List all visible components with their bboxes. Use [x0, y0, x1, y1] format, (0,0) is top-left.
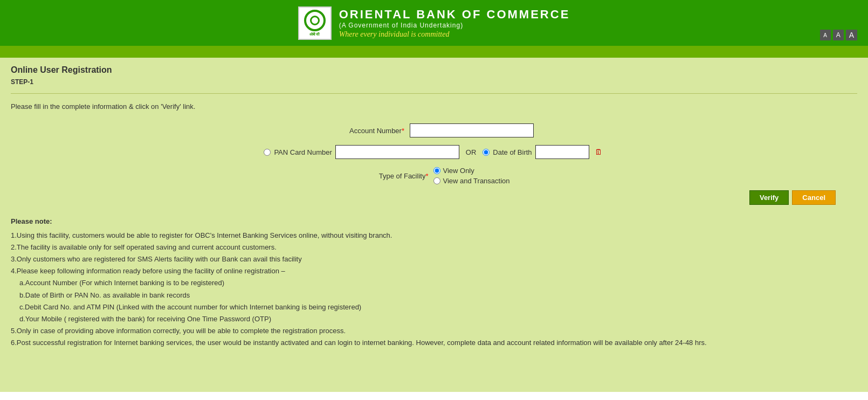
logo-inner-circle — [310, 16, 320, 25]
note-2: 2.The facility is available only for sel… — [11, 242, 857, 253]
pan-card-input[interactable] — [335, 145, 459, 159]
main-content: Online User Registration STEP-1 Please f… — [0, 58, 868, 392]
note-3: 3.Only customers who are registered for … — [11, 253, 857, 265]
view-only-radio[interactable] — [433, 167, 440, 174]
font-size-controls[interactable]: A A A — [820, 30, 857, 40]
dob-radio[interactable] — [483, 149, 490, 156]
or-text: OR — [466, 148, 477, 156]
divider — [11, 93, 857, 94]
form-area: Account Number* PAN Card Number OR Date … — [11, 123, 857, 185]
font-small-button[interactable]: A — [820, 30, 831, 40]
account-number-row: Account Number* — [334, 123, 534, 137]
logo-circle — [304, 10, 326, 31]
note-4: 4.Please keep following information read… — [11, 265, 857, 277]
header: ओबीसी ORIENTAL BANK OF COMMERCE (A Gover… — [0, 0, 868, 46]
note-4c: c.Debit Card No. and ATM PIN (Linked wit… — [19, 301, 857, 313]
required-star: * — [402, 127, 404, 135]
cancel-button[interactable]: Cancel — [792, 190, 836, 205]
pan-dob-row: PAN Card Number OR Date of Birth 🗓 — [264, 145, 604, 159]
nav-bar — [0, 46, 868, 58]
font-medium-button[interactable]: A — [833, 30, 844, 40]
verify-button[interactable]: Verify — [749, 190, 789, 205]
view-transaction-radio[interactable] — [433, 177, 440, 184]
pan-card-label: PAN Card Number — [274, 148, 332, 156]
view-only-label: View Only — [443, 167, 474, 175]
logo-text: ओबीसी — [309, 32, 320, 37]
notes-title: Please note: — [11, 216, 857, 227]
step-label: STEP-1 — [11, 78, 857, 86]
account-number-label: Account Number* — [334, 127, 404, 135]
font-large-button[interactable]: A — [846, 30, 857, 40]
view-transaction-option: View and Transaction — [433, 177, 509, 185]
note-4a: a.Account Number (For which Internet ban… — [19, 277, 857, 289]
facility-row: Type of Facility* View Only View and Tra… — [358, 167, 509, 185]
dob-label: Date of Birth — [493, 148, 532, 156]
page-title-box: Online User Registration STEP-1 — [11, 58, 857, 89]
facility-label: Type of Facility* — [358, 172, 428, 180]
calendar-icon[interactable]: 🗓 — [593, 146, 604, 158]
facility-options: View Only View and Transaction — [433, 167, 509, 185]
instruction-text: Please fill in the complete information … — [11, 102, 857, 111]
notes-section: Please note: 1.Using this facility, cust… — [11, 216, 857, 349]
note-5: 5.Only in case of providing above inform… — [11, 325, 857, 337]
bank-tagline: Where every individual is committed — [339, 30, 570, 39]
account-number-input[interactable] — [410, 123, 534, 137]
bank-name: ORIENTAL BANK OF COMMERCE — [339, 8, 570, 22]
button-row: Verify Cancel — [11, 190, 857, 205]
header-text: ORIENTAL BANK OF COMMERCE (A Government … — [339, 8, 570, 39]
note-1: 1.Using this facility, customers would b… — [11, 230, 857, 242]
view-transaction-label: View and Transaction — [443, 177, 509, 185]
note-4d: d.Your Mobile ( registered with the bank… — [19, 313, 857, 325]
bank-subtitle: (A Government of India Undertaking) — [339, 22, 570, 29]
header-logo: ओबीसी ORIENTAL BANK OF COMMERCE (A Gover… — [298, 6, 570, 40]
page-title: Online User Registration — [11, 65, 857, 75]
bank-logo: ओबीसी — [298, 6, 332, 40]
dob-input[interactable] — [535, 145, 589, 159]
note-6: 6.Post successful registration for Inter… — [11, 337, 857, 349]
view-only-option: View Only — [433, 167, 509, 175]
note-4b: b.Date of Birth or PAN No. as available … — [19, 289, 857, 301]
required-star-facility: * — [425, 172, 428, 180]
pan-radio[interactable] — [264, 149, 271, 156]
